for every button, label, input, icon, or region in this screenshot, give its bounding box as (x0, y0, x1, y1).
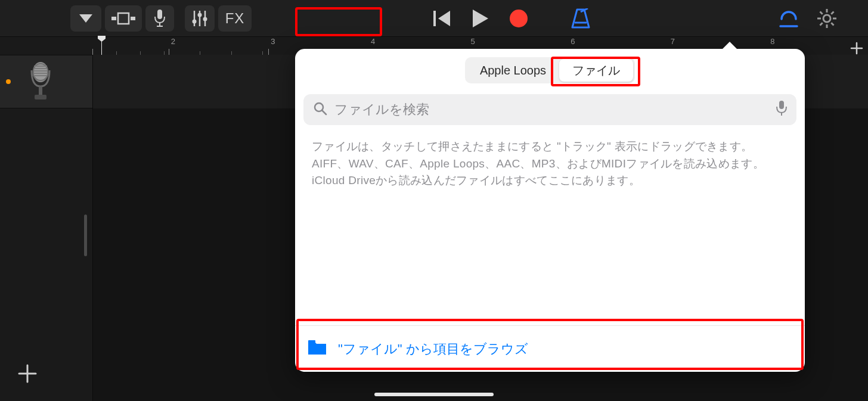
bar-number: 7 (671, 37, 675, 46)
svg-rect-45 (779, 101, 784, 109)
svg-marker-15 (473, 10, 488, 27)
svg-rect-3 (131, 17, 135, 20)
bar-number: 2 (171, 37, 175, 46)
go-to-start-button[interactable] (425, 5, 460, 32)
settings-button[interactable] (810, 5, 844, 32)
bar-number: 3 (271, 37, 275, 46)
search-icon (313, 101, 327, 118)
bar-number: 4 (371, 37, 375, 46)
track-instrument-icon (23, 61, 58, 102)
top-toolbar: FX (0, 0, 868, 37)
svg-rect-37 (39, 86, 42, 95)
bar-number: 8 (770, 37, 774, 46)
home-indicator (374, 393, 494, 396)
dictation-icon[interactable] (776, 101, 787, 119)
svg-marker-0 (79, 14, 92, 23)
microphone-button[interactable] (145, 5, 174, 32)
play-icon (473, 10, 488, 27)
file-search-field[interactable]: ファイルを検索 (303, 94, 796, 125)
play-button[interactable] (463, 5, 498, 32)
bar-number: 5 (471, 37, 475, 46)
search-placeholder: ファイルを検索 (334, 101, 776, 119)
svg-rect-34 (34, 70, 47, 72)
bar-number: 6 (571, 37, 575, 46)
track-header[interactable] (0, 55, 92, 108)
sliders-icon (191, 10, 208, 27)
annotation-highlight-tab (551, 57, 640, 86)
track-select-dot (6, 79, 11, 84)
studio-mic-icon (26, 61, 55, 102)
menu-dropdown-button[interactable] (70, 5, 101, 32)
svg-rect-1 (111, 17, 116, 20)
gear-icon (817, 8, 837, 29)
svg-point-12 (203, 17, 207, 21)
svg-point-8 (193, 19, 197, 23)
svg-point-20 (823, 15, 830, 22)
fx-label: FX (225, 10, 245, 27)
svg-point-16 (510, 10, 528, 27)
tab-apple-loops[interactable]: Apple Loops (467, 59, 559, 82)
loop-browser-button[interactable] (771, 5, 806, 32)
svg-rect-2 (118, 13, 129, 24)
svg-rect-36 (34, 75, 47, 76)
file-browser-help-text: ファイルは、タッチして押さえたままにすると "トラック" 表示にドラッグできます… (312, 138, 788, 189)
svg-rect-33 (34, 68, 47, 69)
record-button[interactable] (501, 5, 536, 32)
triangle-down-icon (79, 14, 92, 23)
svg-line-28 (831, 11, 833, 14)
metronome-icon (570, 8, 591, 29)
add-track-button[interactable] (0, 346, 55, 401)
svg-rect-35 (34, 73, 47, 74)
annotation-highlight-browse (296, 319, 804, 370)
track-scroll-indicator (84, 215, 87, 256)
file-list-area (295, 189, 805, 326)
svg-marker-14 (438, 11, 450, 26)
svg-point-10 (198, 13, 202, 17)
svg-line-44 (322, 110, 326, 114)
svg-line-25 (820, 11, 823, 14)
highlight-box (295, 7, 382, 36)
tracks-icon (111, 12, 135, 25)
svg-line-27 (820, 23, 823, 25)
playhead[interactable] (101, 37, 102, 55)
mixer-button[interactable] (185, 5, 215, 32)
plus-icon (850, 42, 863, 55)
svg-rect-32 (34, 66, 47, 67)
plus-icon (17, 363, 38, 384)
svg-rect-38 (35, 95, 46, 100)
svg-line-26 (831, 23, 833, 25)
svg-rect-4 (157, 10, 162, 19)
svg-rect-13 (433, 11, 436, 26)
add-section-button[interactable] (850, 42, 863, 57)
tracks-view-button[interactable] (105, 5, 142, 32)
record-icon (509, 9, 528, 28)
microphone-icon (154, 10, 166, 27)
metronome-button[interactable] (563, 5, 598, 32)
loop-icon (778, 8, 799, 29)
rewind-icon (433, 11, 451, 26)
fx-button[interactable]: FX (218, 5, 252, 32)
